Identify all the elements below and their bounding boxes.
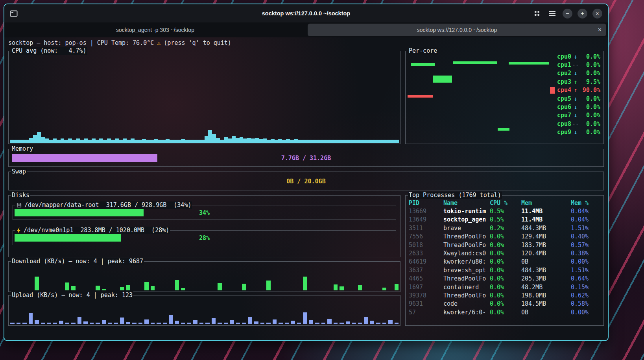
process-pid: 3511 (409, 225, 443, 232)
tab-overview-icon[interactable] (532, 8, 542, 18)
core-row: cpu5↓0.0% (550, 94, 600, 103)
disks-panel: Disks /dev/mapper/data-root 317.6GB / 92… (8, 195, 400, 257)
titlebar[interactable]: socktop ws://127.0.0.0 ~/socktop − + × (4, 4, 608, 22)
tab-socktop[interactable]: socktop ws://127.0.0.0 ~/socktop × (308, 24, 606, 36)
new-window-icon[interactable] (10, 9, 19, 17)
process-row: 64619kworker/u80:0.0%0B0.00% (409, 258, 600, 266)
process-mem: 0B (521, 258, 571, 265)
chart-bar (65, 323, 70, 324)
chart-bar (166, 139, 170, 143)
chart-bar (193, 320, 197, 324)
process-mem-percent: 1.51% (571, 225, 600, 232)
cpu-avg-title: CPU avg (now: 4.7%) (11, 47, 87, 55)
core-trend-icon: ↓ (571, 95, 580, 102)
process-cpu: 0.0% (490, 233, 521, 240)
chart-bar (76, 138, 80, 143)
chart-bar (111, 140, 115, 143)
disk-nvme: /dev/nvme0n1p1 283.8MB / 1020.0MB (28%) … (13, 230, 396, 245)
maximize-button[interactable]: + (578, 9, 587, 18)
chart-bar (352, 140, 356, 143)
core-row: cpu6↓0.0% (550, 103, 600, 111)
chart-bar (236, 138, 240, 143)
chart-bar (297, 323, 301, 324)
process-mem: 120.4MB (521, 250, 571, 257)
chart-bar (72, 140, 76, 143)
process-name: brave (443, 225, 490, 232)
process-row: 1697containerd0.0%48.2MB0.15% (409, 283, 600, 291)
core-trend-icon: ↑ (571, 78, 580, 85)
chart-bar (151, 323, 155, 324)
tab-socktop-agent[interactable]: socktop_agent -p 303 ~/socktop (6, 24, 304, 36)
core-row: cpu8--0.0% (550, 120, 600, 128)
chart-bar (175, 280, 179, 290)
process-row: 2633Xwayland:cs00.0%120.4MB0.38% (409, 249, 600, 257)
chart-bar (10, 323, 15, 324)
chart-bar (364, 317, 368, 324)
chart-bar (144, 319, 149, 324)
chart-bar (230, 320, 234, 324)
process-name: socktop_agen (443, 216, 490, 223)
process-mem-percent: 0.00% (571, 258, 600, 265)
chart-bar (99, 138, 103, 143)
chart-bar (138, 140, 142, 143)
download-title: Download (KB/s) — now: 4 | peak: 9687 (11, 258, 144, 265)
process-mem-percent: 0.62% (571, 292, 600, 299)
chart-bar (232, 136, 236, 143)
header-rule (234, 43, 604, 43)
chart-bar (290, 140, 294, 143)
close-button[interactable]: × (592, 9, 602, 18)
process-mem: 129.4MB (521, 233, 571, 240)
process-cpu: 0.0% (490, 284, 521, 291)
process-pid: 7556 (409, 233, 443, 240)
process-cpu: 0.2% (490, 225, 521, 232)
process-name: ThreadPoolFo (443, 275, 490, 282)
chart-bar (340, 323, 344, 324)
core-alert-marker (550, 87, 555, 94)
process-mem: 11.4MB (521, 208, 571, 215)
process-cpu: 0.0% (490, 267, 521, 274)
chart-bar (376, 140, 380, 143)
chart-bar (92, 138, 96, 143)
chart-bar (356, 140, 360, 143)
chart-bar (279, 323, 283, 324)
chart-bar (358, 285, 362, 290)
chart-bar (108, 323, 112, 324)
tab-close-icon[interactable]: × (598, 26, 602, 33)
chart-bar (267, 140, 271, 143)
core-value: 0.0% (580, 129, 600, 136)
chart-bar (127, 140, 131, 143)
terminal-content[interactable]: socktop — host: pop-os | CPU Temp: 76.0°… (4, 37, 608, 340)
core-trend-icon: ↓ (571, 112, 580, 119)
chart-bar (126, 285, 131, 290)
process-name: tokio-runtim (443, 208, 490, 215)
chart-bar (59, 321, 63, 324)
process-cpu: 0.0% (490, 242, 521, 249)
process-name: brave:sh_opt (443, 267, 490, 274)
chart-bar (321, 140, 325, 143)
core-name: cpu2 (557, 70, 571, 77)
chart-bar (205, 136, 209, 143)
process-table-header: PID Name CPU % Mem Mem % (409, 199, 600, 207)
core-activity-segment (411, 63, 435, 66)
desktop: { "window": { "title": "socktop ws://127… (0, 0, 644, 360)
chart-bar (216, 138, 220, 143)
chart-bar (84, 138, 88, 143)
chart-bar (325, 140, 329, 143)
core-trend-icon: ↑ (571, 87, 580, 94)
chart-bar (352, 323, 356, 324)
process-row: 13649socktop_agen0.5%11.4MB0.04% (409, 216, 600, 224)
top-processes-panel: Top Processes (1769 total) PID Name CPU … (405, 195, 604, 326)
chart-bar (376, 323, 380, 324)
process-mem-percent: 0.04% (571, 208, 600, 215)
chart-bar (285, 323, 289, 324)
chart-bar (387, 140, 391, 143)
process-mem: 183.7MB (521, 242, 571, 249)
menu-icon[interactable] (547, 8, 557, 18)
chart-bar (102, 320, 106, 324)
chart-bar (65, 282, 70, 290)
chart-bar (310, 140, 314, 143)
cpu-avg-chart (10, 57, 399, 143)
minimize-button[interactable]: − (563, 9, 572, 18)
chart-bar (218, 283, 222, 290)
chart-bar (199, 323, 204, 324)
